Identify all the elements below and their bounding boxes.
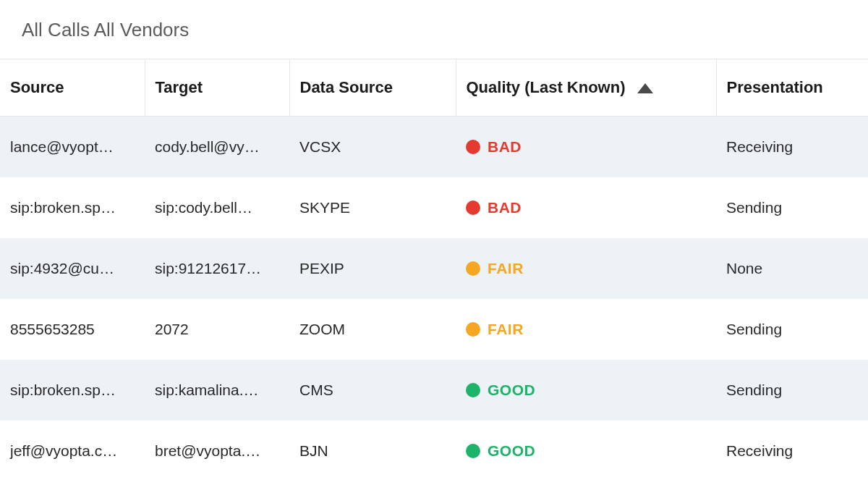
cell-quality: GOOD — [456, 360, 716, 421]
quality-label: BAD — [488, 199, 522, 216]
quality-status-icon — [466, 201, 480, 215]
table-row[interactable]: sip:broken.sp…sip:kamalina.…CMSGOODSendi… — [0, 360, 868, 421]
cell-data-source: ZOOM — [289, 299, 456, 360]
cell-quality: BAD — [456, 117, 716, 178]
cell-source: jeff@vyopta.c… — [0, 421, 145, 481]
calls-table: Source Target Data Source Quality (Last … — [0, 59, 868, 481]
sort-ascending-icon — [637, 83, 653, 93]
quality-label: GOOD — [488, 381, 535, 399]
cell-presentation: Receiving — [716, 117, 868, 178]
cell-data-source: BJN — [289, 421, 456, 481]
cell-data-source: VCSX — [289, 117, 456, 178]
cell-presentation: None — [716, 238, 868, 299]
quality-status-icon — [466, 261, 480, 276]
cell-target: 2072 — [145, 299, 289, 360]
column-header-quality[interactable]: Quality (Last Known) — [456, 59, 716, 117]
cell-source: sip:broken.sp… — [0, 177, 145, 238]
table-row[interactable]: lance@vyopt…cody.bell@vy…VCSXBADReceivin… — [0, 117, 868, 178]
table-row[interactable]: sip:4932@cu…sip:91212617…PEXIPFAIRNone — [0, 238, 868, 299]
cell-source: sip:4932@cu… — [0, 238, 145, 299]
cell-presentation: Sending — [716, 299, 868, 360]
cell-source: sip:broken.sp… — [0, 360, 145, 421]
quality-status-icon — [466, 383, 480, 397]
cell-presentation: Sending — [716, 177, 868, 238]
quality-label: BAD — [488, 138, 522, 156]
column-header-target[interactable]: Target — [145, 59, 289, 117]
cell-presentation: Receiving — [716, 421, 868, 481]
cell-target: sip:kamalina.… — [145, 360, 289, 421]
quality-status-icon — [466, 322, 480, 337]
quality-status-icon — [466, 140, 480, 154]
quality-status-icon — [466, 444, 480, 458]
cell-quality: FAIR — [456, 299, 716, 360]
column-header-source[interactable]: Source — [0, 59, 145, 117]
table-row[interactable]: 85556532852072ZOOMFAIRSending — [0, 299, 868, 360]
quality-label: FAIR — [488, 260, 524, 277]
cell-target: bret@vyopta.… — [145, 421, 289, 481]
cell-target: sip:91212617… — [145, 238, 289, 299]
cell-presentation: Sending — [716, 360, 868, 421]
quality-label: GOOD — [488, 442, 535, 460]
cell-data-source: CMS — [289, 360, 456, 421]
table-row[interactable]: sip:broken.sp…sip:cody.bell…SKYPEBADSend… — [0, 177, 868, 238]
column-header-data[interactable]: Data Source — [289, 59, 456, 117]
cell-quality: GOOD — [456, 421, 716, 481]
cell-data-source: SKYPE — [289, 177, 456, 238]
cell-target: cody.bell@vy… — [145, 117, 289, 178]
cell-quality: BAD — [456, 177, 716, 238]
table-header-row: Source Target Data Source Quality (Last … — [0, 59, 868, 117]
page-title: All Calls All Vendors — [0, 0, 868, 59]
cell-quality: FAIR — [456, 238, 716, 299]
column-header-presentation[interactable]: Presentation — [716, 59, 868, 117]
quality-label: FAIR — [488, 321, 524, 338]
svg-marker-0 — [637, 83, 653, 93]
cell-source: 8555653285 — [0, 299, 145, 360]
cell-data-source: PEXIP — [289, 238, 456, 299]
cell-target: sip:cody.bell… — [145, 177, 289, 238]
table-row[interactable]: jeff@vyopta.c…bret@vyopta.…BJNGOODReceiv… — [0, 421, 868, 481]
cell-source: lance@vyopt… — [0, 117, 145, 178]
